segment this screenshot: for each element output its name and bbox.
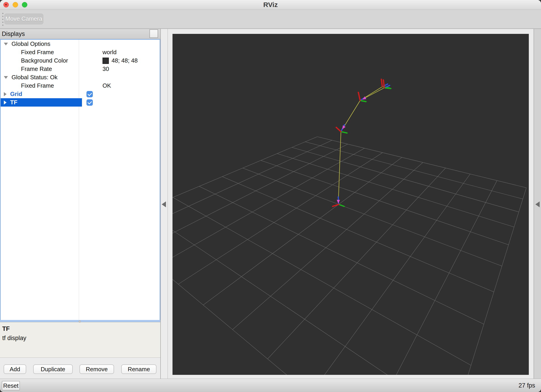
displays-panel: Displays Global Options Fixed Frame worl… xyxy=(0,29,161,379)
traffic-lights xyxy=(3,2,27,7)
row-label: Fixed Frame xyxy=(21,82,54,89)
displays-panel-header: Displays xyxy=(0,29,160,39)
tree-row-global-status[interactable]: Global Status: Ok xyxy=(1,73,160,82)
rviz-window: RViz Move Camera Displays Global Options… xyxy=(0,0,541,392)
viewport-container xyxy=(168,29,534,379)
row-value[interactable]: 30 xyxy=(103,65,109,73)
collapsed-right-panel xyxy=(534,29,541,379)
window-title: RViz xyxy=(0,0,541,10)
remove-button[interactable]: Remove xyxy=(79,365,114,374)
tf-scene xyxy=(172,34,529,375)
expander-closed-icon[interactable] xyxy=(4,100,6,105)
row-label: Grid xyxy=(10,91,22,98)
tree-row-frame-rate[interactable]: Frame Rate 30 xyxy=(1,65,160,73)
row-label: Global Status: Ok xyxy=(11,74,57,81)
minimize-button[interactable] xyxy=(13,2,18,7)
toolbar-drag-handle[interactable] xyxy=(2,13,3,26)
panel-float-button[interactable] xyxy=(150,29,158,38)
row-label: Fixed Frame xyxy=(21,49,54,56)
render-view-3d[interactable] xyxy=(172,34,529,375)
row-label: Frame Rate xyxy=(21,65,52,73)
description-text: tf display xyxy=(2,335,158,342)
row-label: Global Options xyxy=(11,40,50,47)
color-swatch[interactable] xyxy=(103,57,109,64)
reset-button[interactable]: Reset xyxy=(2,381,20,390)
display-description: TF tf display xyxy=(0,322,160,358)
tree-row-fixed-frame[interactable]: Fixed Frame world xyxy=(1,48,160,57)
expander-open-icon[interactable] xyxy=(4,76,8,79)
status-bar: Reset 27 fps xyxy=(0,379,541,392)
add-button[interactable]: Add xyxy=(4,365,26,374)
expander-open-icon[interactable] xyxy=(4,43,8,45)
row-label: Background Color xyxy=(21,57,68,64)
close-button[interactable] xyxy=(3,2,9,7)
tree-row-background-color[interactable]: Background Color 48; 48; 48 xyxy=(1,57,160,65)
title-bar: RViz xyxy=(0,0,541,10)
tf-enabled-checkbox[interactable] xyxy=(87,99,93,106)
move-camera-tool-button[interactable]: Move Camera xyxy=(4,14,43,24)
collapse-left-arrow-icon[interactable] xyxy=(162,201,166,207)
duplicate-button[interactable]: Duplicate xyxy=(33,365,73,374)
tree-description-splitter[interactable] xyxy=(0,320,160,322)
main-area: Displays Global Options Fixed Frame worl… xyxy=(0,29,541,379)
fps-counter: 27 fps xyxy=(518,382,535,389)
zoom-button[interactable] xyxy=(22,2,27,7)
rename-button[interactable]: Rename xyxy=(121,365,156,374)
row-value: OK xyxy=(103,82,111,89)
displays-panel-title: Displays xyxy=(0,29,160,39)
row-label: TF xyxy=(10,99,17,106)
row-value[interactable]: world xyxy=(103,49,116,56)
expand-right-panel-arrow-icon[interactable] xyxy=(535,201,540,207)
toolbar: Move Camera xyxy=(0,10,541,29)
tree-row-grid[interactable]: Grid xyxy=(1,90,160,98)
tree-row-global-options[interactable]: Global Options xyxy=(1,40,160,48)
panel-viewport-splitter[interactable] xyxy=(161,29,168,379)
tree-row-status-fixed-frame[interactable]: Fixed Frame OK xyxy=(1,82,160,90)
description-title: TF xyxy=(2,325,158,332)
row-value[interactable]: 48; 48; 48 xyxy=(112,57,138,64)
displays-tree: Global Options Fixed Frame world Backgro… xyxy=(0,39,160,320)
expander-closed-icon[interactable] xyxy=(4,92,6,96)
grid-enabled-checkbox[interactable] xyxy=(87,91,93,97)
tree-row-tf[interactable]: TF xyxy=(1,98,160,107)
splitter-knob[interactable] xyxy=(78,320,81,323)
display-actions: Add Duplicate Remove Rename xyxy=(0,358,160,379)
